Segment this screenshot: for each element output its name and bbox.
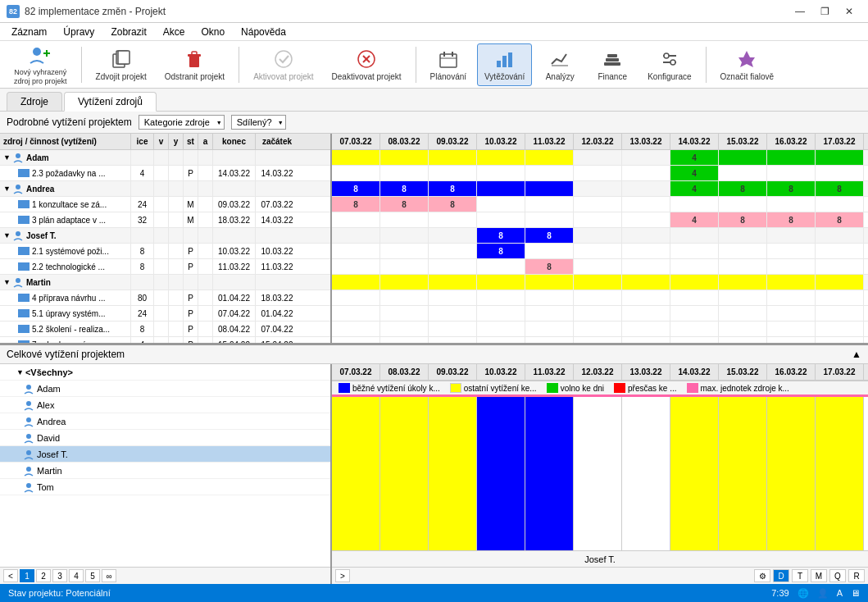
table-row[interactable]: 3 plán adaptace v ... 32M18.03.2214.03.2… [0,212,330,228]
page-4-button[interactable]: 4 [69,569,84,582]
konfigurace-button[interactable]: Konfigurace [640,43,698,86]
selected-resource-label: Josef T. [332,550,868,567]
table-row[interactable]: 5.1 úpravy systém... 24P07.04.2201.04.22 [0,306,330,322]
analyzy-button[interactable]: Analýzy [535,43,584,86]
deaktivovat-label: Deaktivovat projekt [332,72,402,82]
sdileny-dropdown-wrap[interactable]: Sdílený? [231,115,286,130]
bottom-pagination: < 1 2 3 4 5 ∞ [0,567,330,584]
date-col-7: 14.03.22 [670,134,719,149]
bottom-nav: > ⚙ D T M Q R [332,567,868,584]
scroll-left-button[interactable]: > [335,569,350,582]
kategorie-dropdown[interactable]: Kategorie zdroje [139,115,225,130]
new-resource-label: Nový vyhrazenýzdroj pro projekt [14,68,67,86]
list-item[interactable]: Josef T. [0,446,330,463]
project-status: Stav projektu: Potenciální [8,588,111,598]
settings-chart-button[interactable]: ⚙ [754,569,770,582]
finance-button[interactable]: Finance [588,43,637,86]
list-item[interactable]: Martin [0,463,330,479]
day-view-button[interactable]: D [773,569,789,582]
month-view-button[interactable]: M [811,569,827,582]
zdvojit-label: Zdvojit projekt [96,72,147,82]
finance-label: Finance [598,72,627,82]
list-item[interactable]: Tom [0,479,330,495]
quarter-view-button[interactable]: Q [829,569,846,582]
resource-name: David [37,433,60,443]
sdileny-dropdown[interactable]: Sdílený? [231,115,286,130]
svg-rect-17 [497,61,501,67]
chart-row [332,275,868,290]
menu-akce[interactable]: Akce [155,25,193,39]
col-name-header: zdroj / činnost (vytížení) [0,134,131,149]
table-row[interactable]: ▼Andrea [0,181,330,197]
sliders-icon [658,48,681,71]
vytezovani-button[interactable]: Vytěžování [477,43,532,86]
new-resource-button[interactable]: Nový vyhrazenýzdroj pro projekt [7,39,75,90]
legend-red: přesčas ke ... [614,383,676,393]
zdvojit-button[interactable]: Zdvojit projekt [89,43,154,86]
gantt-container: zdroj / činnost (vytížení) ice v y st a … [0,134,868,343]
menu-okno[interactable]: Okno [193,25,233,39]
gantt-table-header: zdroj / činnost (vytížení) ice v y st a … [0,134,330,150]
table-row[interactable]: ▼Josef T. [0,228,330,244]
week-view-button[interactable]: T [792,569,808,582]
main-content: Podrobné vytížení projektem Kategorie zd… [0,112,868,584]
table-row[interactable]: 1 konzultace se zá... 24M09.03.2207.03.2… [0,197,330,212]
tab-vytizeni[interactable]: Vytížení zdrojů [64,92,157,112]
resource-name: Josef T. [37,449,68,459]
date-col-3: 10.03.22 [477,134,525,149]
svg-point-27 [670,60,675,65]
gantt-left-panel: zdroj / činnost (vytížení) ice v y st a … [0,134,332,343]
svg-point-36 [26,450,31,455]
close-button[interactable]: ✕ [837,3,861,20]
table-row[interactable]: 5.2 školení - realiza... 8P08.04.2207.04… [0,322,330,337]
planovani-button[interactable]: Plánování [423,43,474,86]
vytezovani-label: Vytěžování [484,72,525,82]
page-inf-button[interactable]: ∞ [102,569,116,582]
oznacit-fialove-button[interactable]: Označit fialově [713,43,782,86]
menu-zaznam[interactable]: Záznam [3,25,55,39]
table-row[interactable]: 2.3 požadavky na ... 4P14.03.2214.03.22 [0,166,330,181]
tab-zdroje[interactable]: Zdroje [7,92,62,111]
chart-bar [767,394,816,550]
deaktivovat-button[interactable]: Deaktivovat projekt [325,43,409,86]
list-item[interactable]: Alex [0,397,330,413]
page-3-button[interactable]: 3 [52,569,67,582]
col-a-header: a [198,134,213,149]
aktivovat-button[interactable]: Aktivovat projekt [246,43,320,86]
menu-napoveda[interactable]: Nápověda [233,25,294,39]
page-1-button[interactable]: 1 [20,569,34,582]
legend-blue-label: běžné vytížení úkoly k... [352,384,440,393]
year-view-button[interactable]: R [848,569,865,582]
list-item[interactable]: David [0,430,330,446]
chart-row [332,306,868,322]
list-item[interactable]: ▼ <Všechny> [0,364,330,381]
table-row[interactable]: ▼Martin [0,275,330,290]
x-circle-icon [355,48,378,71]
page-2-button[interactable]: 2 [36,569,51,582]
maximize-button[interactable]: ❐ [812,3,837,20]
prev-page-button[interactable]: < [3,569,18,582]
menu-zobrazit[interactable]: Zobrazit [102,25,154,39]
list-item[interactable]: Adam [0,381,330,397]
minimize-button[interactable]: — [788,3,812,20]
resource-name: Alex [37,400,54,410]
menu-upravy[interactable]: Úpravy [55,25,102,39]
chevron-down-icon: ▼ [16,368,24,376]
bottom-section: Celkové vytížení projektem ▲ ▼ <Všechny>… [0,345,868,584]
table-row[interactable]: 7 vyhodnocení v p... 4P15.04.2215.04.22 [0,337,330,343]
table-row[interactable]: ▼Adam [0,150,330,166]
table-row[interactable]: 4 příprava návrhu ... 80P01.04.2218.03.2… [0,290,330,306]
title-bar-left: 82 82 implementace změn - Projekt [7,5,166,18]
window-title: 82 implementace změn - Projekt [25,6,166,17]
list-item[interactable]: Andrea [0,413,330,430]
table-row[interactable]: 2.2 technologické ... 8P11.03.2211.03.22 [0,259,330,275]
collapse-icon[interactable]: ▲ [852,349,861,360]
bottom-chart-area: Josef T. [332,394,868,567]
odstranit-button[interactable]: Odstranit projekt [157,43,232,86]
bottom-right-pagination: > [335,569,350,582]
line-chart-icon [548,48,571,71]
table-row[interactable]: 2.1 systémové poži... 8P10.03.2210.03.22 [0,244,330,259]
bar-chart-icon [493,48,516,71]
page-5-button[interactable]: 5 [85,569,100,582]
kategorie-dropdown-wrap[interactable]: Kategorie zdroje [139,115,225,130]
